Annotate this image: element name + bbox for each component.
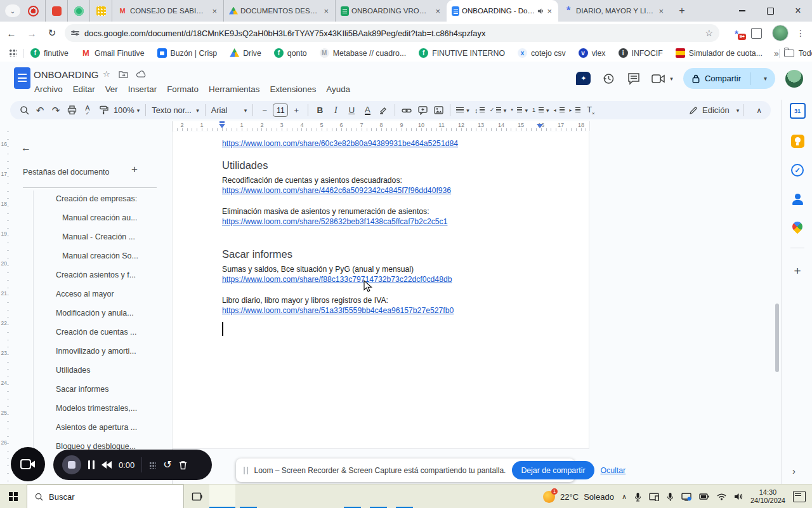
document-page[interactable]: https://www.loom.com/share/60c3e82b80a94… <box>172 131 589 449</box>
bookmark-item[interactable]: Gmail Finutive <box>81 48 145 58</box>
document-tab-item[interactable]: Creación asientos y f... <box>23 265 166 284</box>
move-to-folder-icon[interactable] <box>119 70 128 78</box>
taskbar-app-button[interactable] <box>287 485 313 508</box>
increase-indent-button[interactable]: ▸ <box>567 103 582 118</box>
italic-button[interactable]: I <box>328 103 343 118</box>
new-tab-button[interactable]: + <box>674 3 690 19</box>
text-color-button[interactable]: A <box>360 103 375 118</box>
window-minimize-button[interactable] <box>728 0 756 22</box>
cast-tray-icon[interactable] <box>649 493 659 501</box>
version-history-icon[interactable] <box>601 71 616 86</box>
taskbar-app-button[interactable] <box>261 485 287 508</box>
first-line-indent-marker[interactable] <box>219 121 225 123</box>
document-status-cloud-icon[interactable] <box>136 70 147 78</box>
task-view-button[interactable] <box>184 485 209 508</box>
bookmarks-overflow-button[interactable]: » <box>774 48 779 58</box>
microphone2-tray-icon[interactable] <box>667 492 674 502</box>
taskbar-app-button[interactable] <box>339 485 365 508</box>
font-select[interactable]: Arial ▾ <box>209 103 249 118</box>
bulleted-list-button[interactable]: • ▾ <box>509 103 530 118</box>
undo-button[interactable]: ↶ <box>32 103 48 118</box>
microphone-tray-icon[interactable] <box>634 492 641 502</box>
browser-tab[interactable]: ONBOARDING VRORR - Ho × <box>335 0 447 22</box>
restart-clip-button[interactable] <box>102 461 112 469</box>
taskbar-app-button[interactable] <box>235 485 261 508</box>
wifi-tray-icon[interactable] <box>717 493 726 500</box>
back-button[interactable]: ← <box>3 24 20 42</box>
bookmark-item[interactable]: Buzón | Crisp <box>157 48 218 58</box>
browser-tab[interactable]: ONBOARDING - Docum × <box>447 0 558 22</box>
right-indent-marker[interactable] <box>537 124 543 128</box>
taskbar-app-button[interactable] <box>313 485 339 508</box>
document-tab-item[interactable]: Sacar informes <box>23 380 166 399</box>
insert-image-button[interactable] <box>431 103 446 118</box>
document-tab-item[interactable]: Utilidades <box>23 361 166 380</box>
document-title[interactable]: ONBOARDING <box>34 69 99 80</box>
document-line[interactable]: https://www.loom.com/share/528632beb3f14… <box>222 217 447 227</box>
browser-tab[interactable]: CONSEJO DE SABIOS ;) - Ch × <box>112 0 223 22</box>
bookmark-item[interactable]: FINUTIVE INTERNO <box>419 48 505 58</box>
browser-profile-avatar[interactable] <box>772 25 789 41</box>
contacts-icon[interactable] <box>791 192 804 206</box>
volume-tray-icon[interactable] <box>734 493 743 500</box>
line-spacing-button[interactable]: ↕ <box>472 103 487 118</box>
clear-formatting-button[interactable]: T× <box>583 103 598 118</box>
numbered-list-button[interactable]: 1 ▾ <box>530 103 551 118</box>
document-line[interactable]: Recodificación de cuentas y asientos des… <box>222 176 402 185</box>
taskbar-clock[interactable]: 14:30 24/10/2024 <box>750 488 785 505</box>
bookmark-item[interactable]: cotejo csv <box>518 48 566 58</box>
document-line[interactable]: Sumas y saldos, Bce situación y PyG (anu… <box>222 265 414 274</box>
document-tab-item[interactable]: Asientos de apertura ... <box>23 418 166 437</box>
show-hidden-icons-button[interactable]: ∧ <box>622 493 627 501</box>
decrease-indent-button[interactable]: ◂ <box>551 103 566 118</box>
document-tab-item[interactable]: Manual - Creación ... <box>23 227 166 246</box>
battery-tray-icon[interactable] <box>699 493 709 500</box>
all-bookmarks-button[interactable]: Todos los marcadores <box>779 49 812 58</box>
apps-grid-icon[interactable] <box>9 49 17 57</box>
menu-item[interactable]: Formato <box>162 83 204 95</box>
extension-button[interactable]: *9+ <box>731 28 742 39</box>
checklist-button[interactable]: ✓ ▾ <box>488 103 509 118</box>
taskbar-app-button[interactable] <box>365 485 391 508</box>
vertical-ruler[interactable]: 1617181920212223242526 <box>0 131 9 484</box>
banner-drag-handle[interactable] <box>244 467 248 474</box>
document-tab-item[interactable]: Inmovilizado y amorti... <box>23 342 166 361</box>
start-button[interactable] <box>0 485 27 508</box>
drag-handle-icon[interactable] <box>149 462 156 469</box>
insert-link-button[interactable] <box>399 103 414 118</box>
document-tab-item[interactable]: Acceso al mayor <box>23 284 166 304</box>
forward-button[interactable]: → <box>23 24 41 42</box>
site-info-icon[interactable] <box>71 31 79 34</box>
bold-button[interactable]: B <box>312 103 327 118</box>
hide-banner-link[interactable]: Ocultar <box>601 466 626 475</box>
weather-widget[interactable]: 22°C Soleado <box>543 491 614 503</box>
bookmark-item[interactable]: Drive <box>230 48 261 58</box>
document-tab-item[interactable]: Creación de empresas: <box>23 189 166 208</box>
taskbar-search-input[interactable]: Buscar <box>27 485 184 508</box>
comments-icon[interactable] <box>626 71 641 86</box>
keep-icon[interactable] <box>791 135 804 148</box>
reload-button[interactable]: ↻ <box>43 24 61 42</box>
browser-tab[interactable]: DIARIO, MAYOR Y LIBROS R × <box>558 0 670 22</box>
window-maximize-button[interactable] <box>756 0 784 22</box>
menu-item[interactable]: Editar <box>68 83 100 95</box>
document-tab-item[interactable]: Creación de cuentas ... <box>23 323 166 342</box>
bookmark-star-icon[interactable]: ☆ <box>705 28 713 38</box>
window-close-button[interactable]: × <box>784 0 812 22</box>
add-document-tab-button[interactable]: + <box>127 163 142 176</box>
document-scrollbar[interactable] <box>775 304 779 372</box>
add-comment-button[interactable] <box>415 103 430 118</box>
highlight-color-button[interactable] <box>376 103 391 118</box>
document-tab-item[interactable]: Modelos trimestrales,... <box>23 399 166 418</box>
meet-video-call-button[interactable]: ▾ <box>652 74 673 84</box>
document-line[interactable]: Eliminación masiva de asientos y renumer… <box>222 207 429 217</box>
url-text[interactable]: docs.google.com/document/d/18CMnKE9JsQ2a… <box>84 29 705 38</box>
font-size-field[interactable]: 11 <box>273 104 288 117</box>
decrease-font-size-button[interactable]: − <box>257 103 272 118</box>
star-document-icon[interactable]: ☆ <box>103 69 110 79</box>
hide-menus-button[interactable]: ∧ <box>756 106 762 115</box>
pinned-tab-1[interactable] <box>45 0 67 22</box>
stop-recording-button[interactable] <box>62 455 81 474</box>
editing-mode-select[interactable]: Edición ▾ <box>689 105 739 115</box>
align-button[interactable]: ▾ <box>454 103 471 118</box>
